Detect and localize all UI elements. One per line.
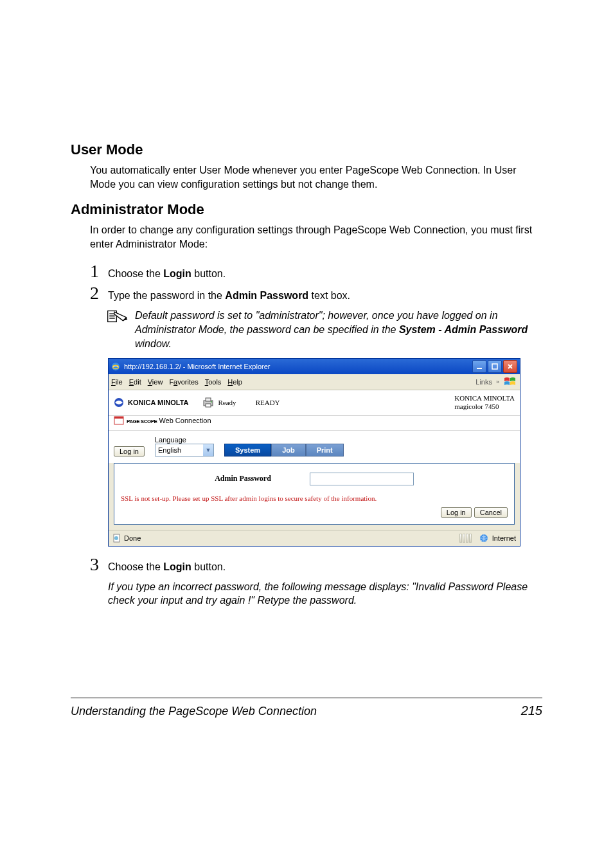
device-info: KONICA MINOLTA magicolor 7450 xyxy=(454,394,515,411)
admin-password-input[interactable] xyxy=(310,473,414,485)
admin-mode-heading: Administrator Mode xyxy=(71,201,542,218)
status-zone: Internet xyxy=(492,534,516,542)
tab-job[interactable]: Job xyxy=(271,444,306,457)
internet-zone-icon xyxy=(479,534,488,543)
language-select[interactable]: English ▼ xyxy=(155,444,214,457)
printer-icon xyxy=(202,397,215,408)
ie-window: http://192.168.1.2/ - Microsoft Internet… xyxy=(108,358,520,546)
svg-rect-11 xyxy=(206,398,211,401)
followup-text: If you type an incorrect password, the f… xyxy=(108,580,542,608)
menu-file[interactable]: File xyxy=(111,378,123,386)
page-icon xyxy=(112,534,121,543)
menu-tools[interactable]: Tools xyxy=(205,378,222,386)
main-panel: Admin Password SSL is not set-up. Please… xyxy=(114,463,515,525)
status-done: Done xyxy=(124,534,141,542)
menu-help[interactable]: Help xyxy=(227,378,242,386)
cancel-button[interactable]: Cancel xyxy=(474,507,508,518)
ssl-warning: SSL is not set-up. Please set up SSL aft… xyxy=(121,494,508,502)
svg-rect-12 xyxy=(206,404,211,407)
admin-password-label: Admin Password xyxy=(215,474,271,484)
ready-label: Ready xyxy=(218,399,236,406)
menu-view[interactable]: View xyxy=(148,378,163,386)
statusbar-grips xyxy=(459,534,472,543)
step-1-number: 1 xyxy=(90,261,108,282)
konica-minolta-logo: KONICA MINOLTA xyxy=(114,397,189,408)
windows-flag-icon[interactable] xyxy=(503,376,517,388)
pagescope-icon xyxy=(114,416,124,425)
ie-icon xyxy=(111,362,120,371)
step-3-text: Choose the Login button. xyxy=(108,560,226,574)
svg-rect-15 xyxy=(114,417,123,419)
chevron-down-icon: ▼ xyxy=(203,444,213,456)
svg-rect-7 xyxy=(477,368,482,369)
svg-point-17 xyxy=(114,536,118,540)
menu-favorites[interactable]: Favorites xyxy=(169,378,198,386)
close-button[interactable] xyxy=(503,360,517,373)
pagescope-logo: PAGE SCOPE Web Connection xyxy=(114,416,211,425)
window-title: http://192.168.1.2/ - Microsoft Internet… xyxy=(124,363,270,370)
note-text: Default password is set to "administrato… xyxy=(135,309,542,350)
tab-system[interactable]: System xyxy=(224,444,271,457)
ready-status: READY xyxy=(256,399,280,406)
admin-mode-body: In order to change any configuration set… xyxy=(90,223,542,251)
globe-logo-icon xyxy=(114,397,124,408)
step-1-text: Choose the Login button. xyxy=(108,267,226,281)
note-icon xyxy=(107,309,129,350)
step-2-text: Type the password in the Admin Password … xyxy=(108,289,350,303)
user-mode-body: You automatically enter User Mode whenev… xyxy=(90,163,542,191)
login-button-top[interactable]: Log in xyxy=(114,446,145,457)
language-label: Language xyxy=(155,436,214,444)
step-2-number: 2 xyxy=(90,283,108,303)
menu-edit[interactable]: Edit xyxy=(129,378,141,386)
svg-point-13 xyxy=(211,401,212,402)
links-label[interactable]: Links xyxy=(475,378,492,386)
statusbar: Done Internet xyxy=(109,530,520,546)
svg-rect-8 xyxy=(492,364,497,369)
minimize-button[interactable] xyxy=(472,360,486,373)
menubar: File Edit View Favorites Tools Help Link… xyxy=(109,374,520,390)
step-3-number: 3 xyxy=(90,554,108,575)
login-button[interactable]: Log in xyxy=(441,507,472,518)
titlebar[interactable]: http://192.168.1.2/ - Microsoft Internet… xyxy=(109,359,520,374)
chevron-right-icon[interactable]: » xyxy=(496,379,499,385)
footer-page: 215 xyxy=(521,703,542,718)
user-mode-heading: User Mode xyxy=(71,141,542,158)
footer-title: Understanding the PageScope Web Connecti… xyxy=(71,705,317,718)
maximize-button[interactable] xyxy=(488,360,502,373)
tab-print[interactable]: Print xyxy=(306,444,344,457)
